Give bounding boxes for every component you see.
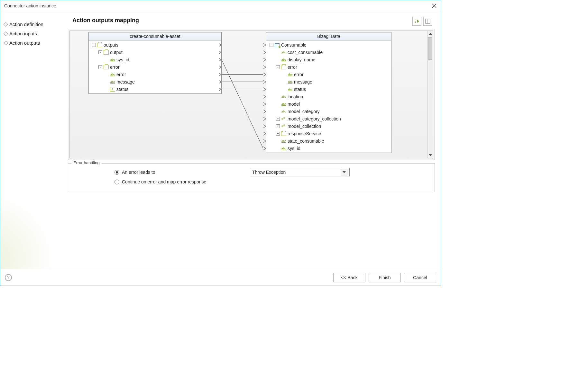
- tree-toggle: [276, 58, 280, 62]
- source-node-sys-id[interactable]: abcsys_id: [89, 56, 221, 63]
- input-port[interactable]: [263, 65, 266, 69]
- target-node-responseservice[interactable]: +responseService: [266, 130, 391, 137]
- vertical-scrollbar[interactable]: [427, 31, 433, 158]
- abc-icon: abc: [281, 94, 286, 99]
- target-node-status[interactable]: abcstatus: [266, 85, 391, 93]
- diamond-icon: [4, 40, 8, 45]
- output-port[interactable]: [219, 58, 222, 62]
- scrollbar-thumb[interactable]: [428, 37, 432, 60]
- source-node-outputs[interactable]: -outputs: [89, 41, 221, 49]
- finish-label: Finish: [379, 275, 390, 280]
- ent-icon: [275, 43, 280, 47]
- tree-toggle: [105, 80, 109, 84]
- continue-on-error-radio[interactable]: [115, 180, 119, 184]
- target-node-model-collection[interactable]: +model_collection: [266, 122, 391, 130]
- source-node-error[interactable]: -error: [89, 63, 221, 71]
- layout-button[interactable]: [423, 17, 432, 26]
- input-port[interactable]: [263, 50, 266, 54]
- tree-toggle[interactable]: +: [276, 124, 280, 128]
- input-port[interactable]: [263, 73, 266, 76]
- node-label: Consumable: [281, 42, 307, 48]
- node-label: status: [294, 87, 306, 92]
- chevron-down-icon: [343, 171, 346, 173]
- svg-marker-12: [429, 33, 432, 35]
- target-node-error[interactable]: -error: [266, 63, 391, 71]
- svg-line-8: [222, 60, 263, 148]
- input-port[interactable]: [263, 95, 266, 99]
- tree-toggle[interactable]: -: [98, 65, 102, 69]
- target-node-message[interactable]: abcmessage: [266, 78, 391, 85]
- input-port[interactable]: [263, 102, 266, 106]
- error-leads-to-radio[interactable]: [115, 170, 119, 175]
- output-port[interactable]: [219, 43, 222, 47]
- close-icon: [432, 4, 436, 8]
- tree-toggle: [276, 95, 280, 99]
- output-port[interactable]: [219, 65, 222, 69]
- cancel-button[interactable]: Cancel: [404, 273, 436, 282]
- help-button[interactable]: ?: [5, 274, 12, 281]
- abc-icon: abc: [110, 80, 115, 84]
- automap-icon: [414, 19, 420, 23]
- output-port[interactable]: [219, 80, 222, 84]
- target-node-cost-consumable[interactable]: abccost_consumable: [266, 49, 391, 56]
- input-port[interactable]: [263, 117, 266, 121]
- target-node-display-name[interactable]: abcdisplay_name: [266, 56, 391, 63]
- sidebar-item-action-outputs[interactable]: Action outputs: [4, 38, 64, 48]
- node-label: model: [288, 102, 300, 107]
- tree-toggle[interactable]: +: [276, 117, 280, 121]
- sidebar-item-action-inputs[interactable]: Action inputs: [4, 29, 64, 38]
- tree-toggle[interactable]: -: [276, 65, 280, 69]
- tree-toggle[interactable]: +: [276, 132, 280, 136]
- input-port[interactable]: [263, 124, 266, 128]
- tree-toggle[interactable]: -: [98, 50, 102, 54]
- target-node-model-category-collection[interactable]: +model_category_collection: [266, 115, 391, 122]
- node-label: outputs: [104, 42, 118, 48]
- sidebar-item-label: Action inputs: [9, 31, 37, 36]
- source-node-error[interactable]: abcerror: [89, 71, 221, 78]
- output-port[interactable]: [219, 50, 222, 54]
- auto-map-button[interactable]: [412, 17, 421, 26]
- target-node-location[interactable]: abclocation: [266, 93, 391, 100]
- window: Connector action instance Action definit…: [0, 0, 441, 286]
- finish-button[interactable]: Finish: [369, 273, 401, 282]
- tree-toggle: [105, 87, 109, 91]
- tree-toggle[interactable]: -: [92, 43, 96, 47]
- target-node-sys-id[interactable]: abcsys_id: [266, 145, 391, 152]
- target-node-error[interactable]: abcerror: [266, 71, 391, 78]
- output-port[interactable]: [219, 87, 222, 91]
- mapping-canvas[interactable]: create-consumable-asset -outputs-outputa…: [69, 31, 433, 158]
- target-node-state-consumable[interactable]: abcstate_consumable: [266, 137, 391, 145]
- target-node-model[interactable]: abcmodel: [266, 100, 391, 108]
- mapping-toolbar: [412, 17, 432, 26]
- output-port[interactable]: [219, 73, 222, 76]
- sidebar-item-action-definition[interactable]: Action definition: [4, 20, 64, 29]
- continue-on-error-label: Continue on error and map error response: [122, 179, 206, 184]
- scroll-up-button[interactable]: [427, 31, 433, 37]
- target-node-model-category[interactable]: abcmodel_category: [266, 108, 391, 115]
- input-port[interactable]: [263, 43, 266, 47]
- source-node-message[interactable]: abcmessage: [89, 78, 221, 85]
- body: Action definition Action inputs Action o…: [0, 11, 441, 269]
- source-node-output[interactable]: -output: [89, 49, 221, 56]
- target-tree-header: Bizagi Data: [266, 32, 391, 40]
- input-port[interactable]: [263, 80, 266, 84]
- scroll-down-button[interactable]: [427, 152, 433, 158]
- tree-toggle[interactable]: -: [270, 43, 273, 47]
- target-node-consumable[interactable]: -Consumable: [266, 41, 391, 49]
- input-port[interactable]: [263, 110, 266, 113]
- back-button[interactable]: << Back: [333, 273, 365, 282]
- input-port[interactable]: [263, 58, 266, 62]
- input-port[interactable]: [263, 139, 266, 143]
- svg-marker-5: [417, 20, 419, 23]
- input-port[interactable]: [263, 132, 266, 136]
- sidebar-item-label: Action outputs: [9, 40, 40, 46]
- source-node-status[interactable]: 1status: [89, 85, 221, 93]
- close-button[interactable]: [430, 2, 438, 10]
- footer: ? << Back Finish Cancel: [0, 269, 441, 286]
- tree-toggle: [276, 50, 280, 54]
- obj-icon: [281, 65, 286, 69]
- error-action-dropdown[interactable]: Throw Exception: [250, 168, 350, 176]
- input-port[interactable]: [263, 87, 266, 91]
- input-port[interactable]: [263, 146, 266, 150]
- tree-toggle: [276, 110, 280, 113]
